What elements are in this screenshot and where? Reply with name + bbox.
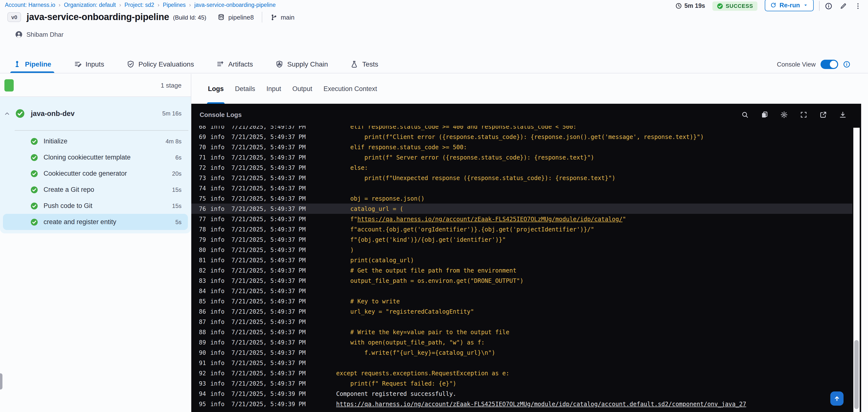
console-log-panel: Console Logs 68info7/21/2025, 5:49:37 PM… <box>191 104 861 412</box>
step-success-icon <box>30 137 38 145</box>
breadcrumb-item[interactable]: Account: Harness.io <box>5 2 55 8</box>
step-success-icon <box>30 202 38 210</box>
step-item[interactable]: Cloning cookiecutter template6s <box>0 149 191 165</box>
log-line-91: 91info7/21/2025, 5:49:37 PM <box>191 358 852 368</box>
sidebar-header: 1 stage <box>0 74 191 97</box>
log-timestamp: 7/21/2025, 5:49:37 PM <box>231 154 309 161</box>
copy-icon[interactable] <box>761 111 768 119</box>
branch-cluster[interactable]: main <box>270 13 294 21</box>
log-line-number: 82 <box>196 267 206 274</box>
log-line-93: 93info7/21/2025, 5:49:37 PM print(f" Req… <box>191 378 852 388</box>
log-line-78: 78info7/21/2025, 5:49:37 PM f"account.{o… <box>191 224 852 234</box>
step-list: Initialize4m 8sCloning cookiecutter temp… <box>0 131 191 231</box>
step-item[interactable]: Initialize4m 8s <box>0 133 191 149</box>
panel-tab-details[interactable]: Details <box>235 74 255 104</box>
git-branch-icon <box>270 13 277 21</box>
search-icon[interactable] <box>741 111 749 119</box>
step-name: Create a Git repo <box>43 186 166 193</box>
log-level: info <box>210 380 225 387</box>
step-item[interactable]: Create a Git repo15s <box>0 182 191 198</box>
breadcrumb-item[interactable]: Pipelines <box>163 2 186 8</box>
log-line-number: 69 <box>196 133 206 140</box>
rerun-button[interactable]: Re-run <box>765 0 814 11</box>
log-line-95: 95info7/21/2025, 5:49:39 PMhttps://qa.ha… <box>191 399 852 409</box>
log-line-92: 92info7/21/2025, 5:49:37 PMexcept reques… <box>191 368 852 378</box>
step-name: Initialize <box>43 137 160 145</box>
log-level: info <box>210 390 225 397</box>
download-icon[interactable] <box>839 111 846 119</box>
execution-duration: 5m 19s <box>675 2 705 9</box>
panel-tab-execution-context[interactable]: Execution Context <box>323 74 377 104</box>
log-area[interactable]: 68info7/21/2025, 5:49:37 PM elif respons… <box>191 126 852 412</box>
step-duration: 20s <box>172 170 182 177</box>
left-scroll-handle[interactable] <box>0 373 2 389</box>
repo-cluster[interactable]: pipeline8 <box>217 13 254 21</box>
status-label: SUCCESS <box>725 3 753 9</box>
step-item[interactable]: create and register entity5s <box>3 214 188 230</box>
breadcrumb-separator-icon: › <box>189 2 191 8</box>
tab-policy-evaluations[interactable]: Policy Evaluations <box>127 55 194 73</box>
stage-status-chip[interactable] <box>4 79 14 92</box>
log-line-number: 73 <box>196 175 206 181</box>
log-timestamp: 7/21/2025, 5:49:37 PM <box>231 277 309 284</box>
step-success-icon <box>30 186 38 193</box>
log-line-88: 88info7/21/2025, 5:49:37 PM # Write the … <box>191 327 852 337</box>
panel-tab-input[interactable]: Input <box>267 74 281 104</box>
panel-tab-logs[interactable]: Logs <box>208 74 224 104</box>
step-success-icon <box>30 218 38 226</box>
log-timestamp: 7/21/2025, 5:49:37 PM <box>231 318 309 325</box>
log-link[interactable]: https://qa.harness.io/ng/account/zEaak-F… <box>336 401 746 407</box>
log-message: with open(output_file_path, "w") as f: <box>336 339 485 346</box>
tab-pipeline[interactable]: Pipeline <box>13 55 51 73</box>
console-view-info-icon[interactable] <box>843 60 850 68</box>
log-level: info <box>210 370 225 377</box>
stage-row[interactable]: java-onb-dev 5m 16s <box>0 97 191 130</box>
breadcrumb-item[interactable]: Project: sd2 <box>125 2 154 8</box>
step-item[interactable]: Cookiecutter code generator20s <box>0 165 191 182</box>
breadcrumb-item[interactable]: java-service-onboarding-pipeline <box>194 2 276 8</box>
stage-success-icon <box>15 108 25 119</box>
tab-supply-chain[interactable]: Supply Chain <box>276 55 328 73</box>
console-view-toggle[interactable] <box>820 59 838 69</box>
tab-tests[interactable]: Tests <box>350 55 378 73</box>
log-message: f"https://qa.harness.io/ng/account/zEaak… <box>336 216 626 222</box>
log-message: https://qa.harness.io/ng/account/zEaak-F… <box>336 401 746 407</box>
log-message: else: <box>336 164 368 171</box>
log-link[interactable]: https://qa.harness.io/ng/account/zEaak-F… <box>358 216 623 222</box>
log-line-number: 86 <box>196 308 206 315</box>
tab-inputs[interactable]: Inputs <box>74 55 104 73</box>
breadcrumb-separator-icon: › <box>59 2 60 8</box>
scroll-to-top-button[interactable] <box>830 391 843 406</box>
log-message: f"{obj.get('kind')}/{obj.get('identifier… <box>336 236 506 243</box>
log-level: info <box>210 236 225 243</box>
open-new-icon[interactable] <box>819 111 827 119</box>
log-line-number: 81 <box>196 257 206 263</box>
execution-sidebar: 1 stage java-onb-dev 5m 16s Initialize4m… <box>0 74 191 412</box>
log-timestamp: 7/21/2025, 5:49:37 PM <box>231 126 309 130</box>
step-item[interactable]: Push code to Git15s <box>0 198 191 214</box>
console-scrollbar[interactable] <box>853 128 860 412</box>
log-message: except requests.exceptions.RequestExcept… <box>336 370 509 377</box>
main-tab-bar: PipelineInputsPolicy EvaluationsArtifact… <box>0 55 868 73</box>
panel-tab-output[interactable]: Output <box>292 74 312 104</box>
kebab-menu-icon[interactable] <box>854 2 862 9</box>
log-line-number: 79 <box>196 236 206 243</box>
log-line-76: 76info7/21/2025, 5:49:37 PM catalog_url … <box>191 203 852 214</box>
info-icon[interactable] <box>825 2 832 9</box>
log-line-number: 71 <box>196 154 206 161</box>
scrollbar-thumb[interactable] <box>854 340 859 409</box>
gear-icon[interactable] <box>780 111 788 119</box>
log-line-68: 68info7/21/2025, 5:49:37 PM elif respons… <box>191 126 852 132</box>
log-level: info <box>210 185 225 192</box>
edit-pencil-icon[interactable] <box>840 2 847 9</box>
user-name: Shibam Dhar <box>26 31 64 38</box>
log-level: info <box>210 216 225 222</box>
caret-down-icon <box>803 2 808 8</box>
log-line-69: 69info7/21/2025, 5:49:37 PM print(f"Clie… <box>191 132 852 142</box>
chevron-up-icon[interactable] <box>4 110 10 117</box>
log-timestamp: 7/21/2025, 5:49:37 PM <box>231 216 309 222</box>
log-level: info <box>210 126 225 130</box>
fullscreen-icon[interactable] <box>800 111 807 119</box>
tab-artifacts[interactable]: Artifacts <box>217 55 253 73</box>
breadcrumb-item[interactable]: Organization: default <box>64 2 116 8</box>
